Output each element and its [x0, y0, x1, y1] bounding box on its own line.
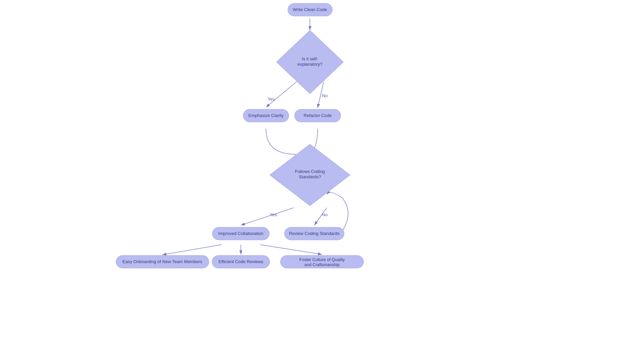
yes-label-2: Yes	[270, 212, 277, 217]
efficient-code-reviews-label: Efficient Code Reviews	[218, 259, 263, 264]
no-label-2: No	[322, 212, 328, 217]
easy-onboarding-label: Easy Onboarding of New Team Members	[122, 259, 202, 264]
yes-label-1: Yes	[268, 97, 275, 102]
is-self-explanatory-label-line1: Is it self-	[302, 56, 318, 61]
follows-coding-standards-label-line1: Follows Coding	[295, 169, 325, 174]
follows-coding-standards-label-line2: Standards?	[299, 174, 321, 179]
foster-culture-label-line1: Foster Culture of Quality	[299, 257, 345, 262]
connector-collab-easy	[162, 245, 221, 255]
write-clean-code-label: Write Clean Code	[293, 7, 327, 12]
review-coding-standards-label: Review Coding Standards	[289, 231, 340, 236]
no-label-1: No	[322, 93, 328, 98]
emphasize-clarity-label: Emphasize Clarity	[249, 113, 284, 118]
refactor-code-label: Refactor Code	[304, 113, 332, 118]
connector-yes2	[241, 208, 293, 225]
foster-culture-label-line2: and Craftsmanship	[305, 262, 340, 267]
is-self-explanatory-label-line2: explanatory?	[298, 62, 322, 67]
connector-collab-foster	[260, 245, 322, 254]
improved-collaboration-label: Improved Collaboration	[218, 231, 263, 236]
connector-yes1	[266, 82, 297, 107]
